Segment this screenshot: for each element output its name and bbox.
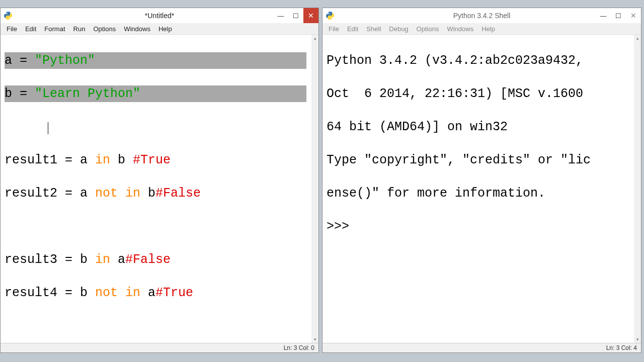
- code-keyword: in: [95, 252, 110, 267]
- scroll-down-icon[interactable]: ▾: [311, 336, 318, 343]
- cursor-position: Ln: 3 Col: 0: [284, 344, 314, 351]
- shell-banner: Oct 6 2014, 22:16:31) [MSC v.1600: [327, 85, 630, 102]
- menu-edit[interactable]: Edit: [21, 24, 40, 34]
- shell-window: Python 3.4.2 Shell — ☐ ✕ File Edit Shell…: [322, 8, 641, 353]
- text-cursor: [48, 122, 48, 134]
- code-comment: #False: [125, 252, 171, 267]
- shell-banner: 64 bit (AMD64)] on win32: [327, 119, 630, 135]
- code-text: a: [110, 252, 125, 267]
- menu-format[interactable]: Format: [40, 24, 69, 34]
- code-text: a: [140, 286, 155, 300]
- menu-debug[interactable]: Debug: [385, 24, 412, 34]
- titlebar[interactable]: Python 3.4.2 Shell — ☐ ✕: [323, 8, 641, 23]
- code-text: [118, 186, 125, 201]
- code-text: result4 = b: [5, 286, 95, 300]
- code-text: result3 = b: [5, 252, 95, 267]
- shell-banner: ense()" for more information.: [327, 185, 630, 202]
- scroll-down-icon[interactable]: ▾: [634, 336, 641, 343]
- scroll-up-icon[interactable]: ▴: [311, 35, 318, 42]
- window-title: *Untitled*: [1, 12, 318, 20]
- code-string: "Python": [35, 53, 95, 68]
- maximize-button[interactable]: ☐: [611, 8, 626, 23]
- code-comment: #True: [155, 286, 193, 300]
- code-text: a =: [5, 53, 35, 68]
- shell-prompt: >>>: [327, 219, 357, 234]
- maximize-button[interactable]: ☐: [288, 8, 303, 23]
- code-keyword: not: [95, 186, 118, 201]
- scrollbar[interactable]: ▴ ▾: [634, 35, 641, 343]
- window-title: Python 3.4.2 Shell: [323, 12, 641, 20]
- menu-help[interactable]: Help: [477, 24, 499, 34]
- scroll-up-icon[interactable]: ▴: [634, 35, 641, 42]
- menu-run[interactable]: Run: [69, 24, 90, 34]
- menu-edit[interactable]: Edit: [343, 24, 362, 34]
- cursor-position: Ln: 3 Col: 4: [606, 344, 637, 351]
- close-button[interactable]: ✕: [303, 8, 318, 23]
- code-keyword: not: [95, 286, 118, 300]
- menu-windows[interactable]: Windows: [443, 24, 477, 34]
- code-text: [118, 286, 125, 300]
- minimize-button[interactable]: —: [596, 8, 611, 23]
- shell-banner: Python 3.4.2 (v3.4.2:ab2c023a9432,: [327, 52, 630, 69]
- code-editor[interactable]: a = "Python" b = "Learn Python" result1 …: [1, 35, 318, 343]
- code-keyword: in: [125, 286, 140, 300]
- menu-file[interactable]: File: [3, 24, 21, 34]
- menu-shell[interactable]: Shell: [362, 24, 385, 34]
- menubar: File Edit Shell Debug Options Windows He…: [323, 23, 641, 35]
- statusbar: Ln: 3 Col: 4: [323, 343, 641, 352]
- close-button[interactable]: ✕: [626, 8, 641, 23]
- titlebar[interactable]: *Untitled* — ☐ ✕: [1, 8, 318, 23]
- statusbar: Ln: 3 Col: 0: [1, 343, 318, 352]
- code-keyword: in: [125, 186, 140, 201]
- menu-windows[interactable]: Windows: [120, 24, 154, 34]
- code-comment: #False: [155, 186, 201, 201]
- shell-output[interactable]: Python 3.4.2 (v3.4.2:ab2c023a9432, Oct 6…: [323, 35, 641, 343]
- scrollbar[interactable]: ▴ ▾: [311, 35, 318, 343]
- menu-help[interactable]: Help: [154, 24, 176, 34]
- code-text: b =: [5, 86, 35, 101]
- code-text: b: [110, 153, 133, 167]
- code-text: b: [140, 186, 155, 201]
- code-text: result2 = a: [5, 186, 95, 201]
- shell-banner: Type "copyright", "credits" or "lic: [327, 152, 630, 168]
- code-comment: #True: [133, 153, 171, 167]
- menubar: File Edit Format Run Options Windows Hel…: [1, 23, 318, 35]
- minimize-button[interactable]: —: [273, 8, 288, 23]
- code-text: result1 = a: [5, 153, 95, 167]
- menu-file[interactable]: File: [325, 24, 343, 34]
- editor-window: *Untitled* — ☐ ✕ File Edit Format Run Op…: [0, 8, 319, 353]
- menu-options[interactable]: Options: [413, 24, 443, 34]
- menu-options[interactable]: Options: [89, 24, 120, 34]
- code-string: "Learn Python": [35, 86, 140, 101]
- code-keyword: in: [95, 153, 110, 167]
